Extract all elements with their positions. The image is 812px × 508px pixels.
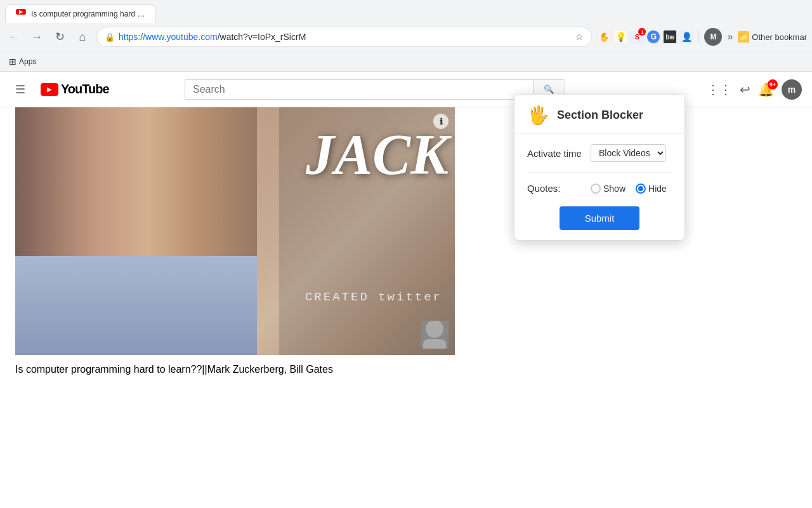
video-section: JACK CREATED twitter ℹ Is comp <box>0 107 812 392</box>
tab-bar: Is computer programming hard to learn??|… <box>0 0 812 23</box>
popup-divider <box>527 172 672 173</box>
address-text: https://www.youtube.com/watch?v=IoPx_rSi… <box>119 32 572 42</box>
other-bookmarks-icon[interactable]: 📁 <box>738 31 749 43</box>
youtube-logo-text: YouTube <box>61 82 109 97</box>
bookmark-star-icon[interactable]: ☆ <box>575 32 584 42</box>
extension-adblock[interactable]: S 1 <box>630 30 644 44</box>
activate-time-label: Activate time <box>527 148 591 159</box>
popup-header: 🖐 Section Blocker <box>514 95 684 134</box>
apps-grid-icon: ⊞ <box>9 57 16 67</box>
activate-time-row: Activate time Block Videos Always Never <box>527 144 672 162</box>
main-content: JACK CREATED twitter ℹ Is comp <box>0 107 812 392</box>
extension-person[interactable]: 👤 <box>679 30 693 44</box>
address-bar[interactable]: 🔒 https://www.youtube.com/watch?v=IoPx_r… <box>96 27 592 47</box>
extensions-menu[interactable]: » <box>724 31 735 43</box>
popup-hand-icon: 🖐 <box>527 105 549 126</box>
tab-favicon <box>16 9 26 19</box>
apps-grid-icon[interactable]: ⋮⋮ <box>707 82 732 97</box>
youtube-page: ☰ ▶ YouTube 🔍 ⋮⋮ ↩ 🔔 9+ m <box>0 72 812 508</box>
popup-submit-container: Submit <box>527 206 672 230</box>
notification-badge: 9+ <box>768 79 778 90</box>
jack-text: JACK <box>306 126 449 184</box>
toolbar-separator <box>698 30 699 43</box>
video-player[interactable]: JACK CREATED twitter ℹ <box>15 107 455 355</box>
toolbar-icons: ✋ 💡 S 1 G bw 👤 M » 📁 Other bookmar <box>597 28 807 46</box>
search-input[interactable] <box>185 79 533 100</box>
extension-bw[interactable]: bw <box>663 30 677 44</box>
extension-avatar-m[interactable]: M <box>704 28 722 46</box>
show-option[interactable]: Show <box>591 184 625 194</box>
show-label: Show <box>603 184 625 194</box>
quotes-radios: Show Hide <box>591 184 667 194</box>
submit-button[interactable]: Submit <box>560 206 640 230</box>
browser-chrome: Is computer programming hard to learn??|… <box>0 0 812 72</box>
header-right: ⋮⋮ ↩ 🔔 9+ m <box>707 79 802 100</box>
youtube-header: ☰ ▶ YouTube 🔍 ⋮⋮ ↩ 🔔 9+ m <box>0 72 812 107</box>
video-title-link[interactable]: Is computer programming hard to learn??|… <box>15 364 333 375</box>
created-twitter-text: CREATED twitter <box>305 290 442 304</box>
bookmark-bar: ⊞ Apps <box>0 51 812 71</box>
search-bar: 🔍 <box>185 79 565 100</box>
lock-icon: 🔒 <box>105 32 115 42</box>
nav-bar: ← → ↻ ⌂ 🔒 https://www.youtube.com/watch?… <box>0 23 812 51</box>
section-blocker-popup: 🖐 Section Blocker Activate time Block Vi… <box>514 94 685 241</box>
quotes-label: Quotes: <box>527 183 591 194</box>
show-radio[interactable] <box>591 184 601 194</box>
feedback-icon[interactable]: ↩ <box>740 82 750 97</box>
notifications-bell[interactable]: 🔔 9+ <box>758 82 774 97</box>
youtube-logo[interactable]: ▶ YouTube <box>41 82 109 97</box>
video-info-button[interactable]: ℹ <box>433 114 449 129</box>
home-button[interactable]: ⌂ <box>74 28 91 46</box>
popup-title: Section Blocker <box>557 109 643 122</box>
forward-button[interactable]: → <box>28 28 46 46</box>
reload-button[interactable]: ↻ <box>51 28 69 46</box>
back-button[interactable]: ← <box>5 28 23 46</box>
apps-label: Apps <box>19 57 36 66</box>
video-title: Is computer programming hard to learn??|… <box>15 363 455 377</box>
popup-body: Activate time Block Videos Always Never … <box>514 134 684 240</box>
video-avatar-thumbnail <box>421 321 449 349</box>
extension-bulb[interactable]: 💡 <box>613 30 627 44</box>
activate-time-select[interactable]: Block Videos Always Never <box>591 144 666 162</box>
hide-option[interactable]: Hide <box>636 184 667 194</box>
user-avatar[interactable]: m <box>782 79 802 100</box>
hide-label: Hide <box>648 184 667 194</box>
apps-bookmark[interactable]: ⊞ Apps <box>5 55 40 68</box>
other-bookmarks-label[interactable]: Other bookmar <box>752 32 807 42</box>
hamburger-menu[interactable]: ☰ <box>10 77 30 102</box>
video-shirt <box>15 256 257 355</box>
youtube-logo-icon: ▶ <box>41 83 58 96</box>
extension-red-hand[interactable]: ✋ <box>597 30 611 44</box>
hide-radio[interactable] <box>636 184 646 194</box>
active-tab[interactable]: Is computer programming hard to learn??|… <box>5 4 156 23</box>
extension-google[interactable]: G <box>646 30 660 44</box>
youtube-favicon <box>16 9 26 15</box>
tab-title: Is computer programming hard to learn??|… <box>31 10 145 18</box>
quotes-row: Quotes: Show Hide <box>527 183 672 194</box>
